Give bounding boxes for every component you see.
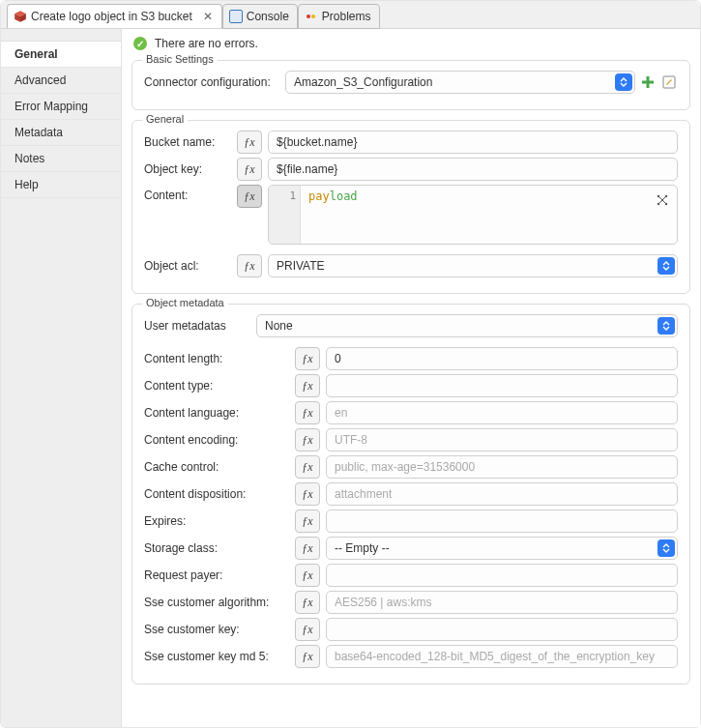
label-cache_control: Cache control: [144,456,289,478]
group-object-metadata: Object metadata User metadatas None Cont… [131,304,690,684]
sidebar-item-general[interactable]: General [1,41,121,68]
fx-button[interactable]: ƒx [295,347,320,370]
fx-button[interactable]: ƒx [295,618,320,641]
tab-problems[interactable]: Problems [298,4,380,29]
svg-rect-4 [642,81,654,84]
sse_key-input[interactable] [326,618,678,641]
sidebar-item-help[interactable]: Help [1,172,121,198]
sse_alg-input[interactable] [326,591,678,614]
sidebar-item-label: Notes [15,152,44,165]
storage_class-select[interactable]: -- Empty -- [326,537,678,560]
fx-button[interactable]: ƒx [237,185,262,208]
code-text: payload [301,186,677,244]
status-text: There are no errors. [155,37,258,50]
label-connector: Connector configuration: [144,72,279,93]
tab-bar: Create logo object in S3 bucket ✕ Consol… [1,1,700,29]
chevron-updown-icon [657,539,675,557]
fx-button[interactable]: ƒx [295,591,320,614]
label-content_language: Content language: [144,402,289,423]
problems-icon [305,10,318,23]
sse_key_md5-input[interactable] [326,645,678,668]
content-expression-editor[interactable]: 1 payload [268,185,678,245]
fx-button[interactable]: ƒx [237,131,262,154]
edit-config-button[interactable] [660,73,678,91]
expand-editor-icon[interactable] [654,191,671,209]
form-panel: ✓ There are no errors. Basic Settings Co… [122,29,700,727]
sidebar-item-label: Advanced [15,73,66,87]
group-title: Basic Settings [142,53,218,65]
editor-window: Create logo object in S3 bucket ✕ Consol… [0,0,701,728]
fx-button[interactable]: ƒx [237,158,262,181]
sidebar-item-label: Help [15,178,39,191]
connector-select[interactable]: Amazon_S3_Configuration [285,71,635,94]
fx-button[interactable]: ƒx [295,510,320,533]
tab-label: Console [247,10,289,23]
tab-create-logo[interactable]: Create logo object in S3 bucket ✕ [7,4,222,28]
expires-input[interactable] [326,510,678,533]
content_disposition-input[interactable] [326,482,678,506]
cache_control-input[interactable] [326,455,678,479]
content_encoding-input[interactable] [326,428,678,451]
fx-button[interactable]: ƒx [295,374,320,397]
metadata-row-content_disposition: Content disposition:ƒx [144,482,678,506]
group-general: General Bucket name: ƒx Object key: ƒx C… [131,120,690,294]
metadata-row-content_type: Content type:ƒx [144,374,678,397]
console-icon [229,10,243,23]
fx-button[interactable]: ƒx [237,254,262,277]
label-expires: Expires: [144,510,289,532]
label-objectkey: Object key: [144,159,231,180]
select-value: Amazon_S3_Configuration [294,75,432,89]
sidebar-item-advanced[interactable]: Advanced [1,68,121,94]
content_type-input[interactable] [326,374,678,397]
fx-button[interactable]: ƒx [295,482,320,506]
add-config-button[interactable] [641,75,655,89]
fx-button[interactable]: ƒx [295,645,320,668]
label-bucket: Bucket name: [144,131,231,153]
select-value: PRIVATE [277,259,325,273]
group-title: General [142,113,188,125]
select-value: None [265,319,293,333]
metadata-row-sse_key_md5: Sse customer key md 5:ƒx [144,645,678,668]
metadata-row-request_payer: Request payer:ƒx [144,564,678,587]
metadata-row-sse_key: Sse customer key:ƒx [144,618,678,641]
fx-button[interactable]: ƒx [295,428,320,451]
label-sse_alg: Sse customer algorithm: [144,592,289,613]
chevron-updown-icon [657,257,675,275]
fx-button[interactable]: ƒx [295,537,320,560]
sidebar-item-notes[interactable]: Notes [1,146,121,172]
label-content_encoding: Content encoding: [144,429,289,451]
content_length-input[interactable] [326,347,678,370]
chevron-updown-icon [615,73,632,91]
bucket-name-input[interactable] [268,131,678,154]
request_payer-input[interactable] [326,564,678,587]
sidebar-item-error-mapping[interactable]: Error Mapping [1,94,121,120]
label-sse_key: Sse customer key: [144,619,289,640]
fx-button[interactable]: ƒx [295,455,320,479]
content_language-input[interactable] [326,401,678,424]
sidebar-item-label: Metadata [15,126,63,139]
object-key-input[interactable] [268,158,678,181]
object-acl-select[interactable]: PRIVATE [268,254,678,277]
fx-button[interactable]: ƒx [295,401,320,424]
tab-console[interactable]: Console [222,4,298,29]
metadata-row-storage_class: Storage class:ƒx-- Empty -- [144,537,678,560]
cube-red-icon [14,10,27,23]
sidebar-item-label: General [15,47,58,61]
tab-label: Problems [322,10,371,23]
metadata-row-sse_alg: Sse customer algorithm:ƒx [144,591,678,614]
sidebar-item-metadata[interactable]: Metadata [1,120,121,146]
label-sse_key_md5: Sse customer key md 5: [144,646,289,667]
label-acl: Object acl: [144,255,231,277]
user-metadatas-select[interactable]: None [256,314,678,337]
close-icon[interactable]: ✕ [202,11,214,22]
fx-button[interactable]: ƒx [295,564,320,587]
label-content_length: Content length: [144,348,289,369]
metadata-row-cache_control: Cache control:ƒx [144,455,678,479]
label-request_payer: Request payer: [144,565,289,586]
metadata-row-expires: Expires:ƒx [144,510,678,533]
label-storage_class: Storage class: [144,538,289,559]
metadata-row-content_encoding: Content encoding:ƒx [144,428,678,451]
ok-icon: ✓ [133,37,147,50]
label-content_disposition: Content disposition: [144,483,289,505]
select-value: -- Empty -- [335,541,390,555]
